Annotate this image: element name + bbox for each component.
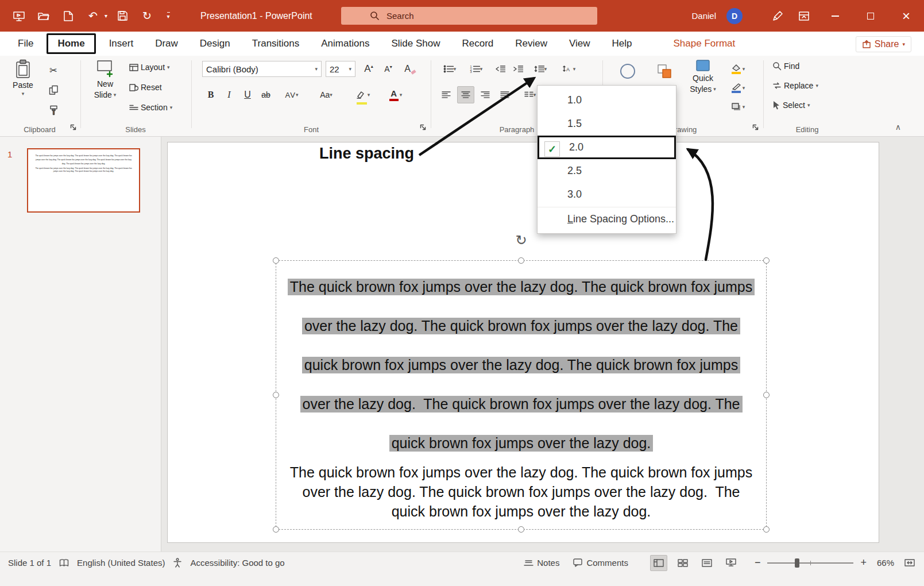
language-selector[interactable]: English (United States): [77, 558, 165, 568]
strikethrough-button[interactable]: ab: [257, 86, 275, 103]
new-file-button[interactable]: [59, 6, 78, 26]
select-button[interactable]: Select ▾: [772, 101, 810, 110]
slide-thumbnail[interactable]: The quick brown fox jumps over the lazy …: [27, 148, 140, 213]
numbering-button[interactable]: 123 ▾: [464, 60, 488, 78]
save-button[interactable]: [113, 6, 132, 26]
notes-button[interactable]: Notes: [524, 558, 559, 568]
slide-canvas[interactable]: ↻ The quick brown fox jumps over the laz…: [167, 142, 879, 543]
new-slide-button[interactable]: New Slide ▾: [89, 59, 121, 99]
normal-view-button[interactable]: [650, 555, 667, 571]
shapes-button[interactable]: [615, 60, 640, 82]
shape-fill-button[interactable]: ▾: [725, 60, 749, 78]
bullets-button[interactable]: ▾: [438, 60, 462, 78]
proofing-icon[interactable]: [59, 558, 69, 568]
cut-button[interactable]: ✂: [45, 61, 62, 79]
start-slideshow-button[interactable]: [9, 6, 29, 26]
redo-button[interactable]: ↻: [137, 6, 157, 26]
tab-review[interactable]: Review: [504, 33, 558, 54]
tab-transitions[interactable]: Transitions: [241, 33, 311, 54]
menu-item-line-spacing-options[interactable]: Line Spacing Options...: [538, 207, 676, 230]
menu-item-1-0[interactable]: 1.0: [538, 88, 676, 112]
line-spacing-button[interactable]: ▾: [528, 60, 552, 78]
align-right-button[interactable]: [477, 86, 494, 103]
find-button[interactable]: Find: [772, 61, 799, 71]
tab-record[interactable]: Record: [451, 33, 504, 54]
italic-button[interactable]: I: [221, 86, 238, 103]
text-direction-button[interactable]: A ▾: [557, 60, 581, 78]
reset-button[interactable]: Reset: [129, 83, 162, 92]
decrease-font-size-button[interactable]: A ▾: [380, 60, 397, 78]
align-left-button[interactable]: [438, 86, 455, 103]
comments-button[interactable]: Comments: [573, 558, 628, 568]
change-case-button[interactable]: Aa ▾: [314, 86, 338, 103]
maximize-button[interactable]: [853, 0, 888, 32]
tab-animations[interactable]: Animations: [310, 33, 380, 54]
format-painter-button[interactable]: [45, 102, 62, 119]
selection-handle-top-left[interactable]: [273, 257, 279, 264]
font-dialog-launcher[interactable]: [420, 122, 426, 133]
zoom-in-button[interactable]: +: [860, 557, 867, 569]
increase-indent-button[interactable]: [509, 60, 527, 78]
open-button[interactable]: [34, 6, 53, 26]
collapse-ribbon-button[interactable]: ∧: [895, 122, 901, 132]
selection-handle-top-center[interactable]: [518, 257, 524, 264]
slide-sorter-view-button[interactable]: [674, 555, 691, 571]
zoom-slider[interactable]: [767, 562, 853, 564]
fit-to-window-button[interactable]: [901, 555, 918, 571]
character-spacing-button[interactable]: AV ▾: [280, 86, 304, 103]
arrange-button[interactable]: [652, 60, 677, 82]
share-button[interactable]: Share ▾: [856, 36, 911, 52]
bold-button[interactable]: B: [202, 86, 219, 103]
undo-chevron[interactable]: ▾: [105, 13, 107, 19]
tab-draw[interactable]: Draw: [144, 33, 189, 54]
shape-effects-button[interactable]: ▾: [725, 98, 749, 115]
copy-button[interactable]: [45, 82, 62, 99]
reading-view-button[interactable]: [698, 555, 716, 571]
tab-help[interactable]: Help: [601, 33, 643, 54]
search-box[interactable]: Search: [341, 7, 597, 25]
paste-button[interactable]: Paste ▾: [8, 59, 38, 97]
increase-font-size-button[interactable]: A ▴: [360, 60, 377, 78]
slideshow-view-button[interactable]: [722, 555, 740, 571]
zoom-level[interactable]: 66%: [877, 558, 894, 568]
selection-handle-mid-right[interactable]: [763, 392, 770, 398]
tab-view[interactable]: View: [558, 33, 601, 54]
tab-home[interactable]: Home: [47, 33, 95, 54]
replace-button[interactable]: Replace ▾: [772, 81, 818, 90]
ribbon-display-options-button[interactable]: [791, 0, 817, 32]
avatar[interactable]: D: [726, 8, 743, 24]
zoom-out-button[interactable]: −: [755, 557, 761, 569]
font-name-combo[interactable]: Calibri (Body) ▾: [202, 61, 322, 77]
decrease-indent-button[interactable]: [492, 60, 509, 78]
drawing-dialog-launcher[interactable]: [752, 122, 759, 133]
font-color-button[interactable]: A ▾: [383, 86, 407, 103]
shape-outline-button[interactable]: ▾: [725, 79, 749, 97]
menu-item-2-5[interactable]: 2.5: [538, 159, 676, 183]
layout-button[interactable]: Layout ▾: [129, 63, 170, 72]
selection-handle-bottom-left[interactable]: [273, 526, 279, 533]
selection-handle-mid-left[interactable]: [273, 392, 279, 398]
underline-button[interactable]: U: [239, 86, 256, 103]
zoom-slider-thumb[interactable]: [795, 558, 799, 568]
rotate-handle[interactable]: ↻: [515, 232, 527, 248]
justify-button[interactable]: [496, 86, 513, 103]
menu-item-1-5[interactable]: 1.5: [538, 112, 676, 136]
selection-handle-bottom-center[interactable]: [518, 526, 524, 533]
tab-insert[interactable]: Insert: [98, 33, 145, 54]
clear-formatting-button[interactable]: A: [401, 60, 419, 78]
text-highlight-button[interactable]: ▾: [350, 86, 374, 103]
selection-handle-bottom-right[interactable]: [763, 526, 770, 533]
section-button[interactable]: Section ▾: [129, 103, 172, 112]
tab-slide-show[interactable]: Slide Show: [380, 33, 451, 54]
undo-button[interactable]: ↶: [83, 6, 103, 26]
font-size-combo[interactable]: 22 ▾: [326, 61, 355, 77]
text-box[interactable]: ↻ The quick brown fox jumps over the laz…: [276, 260, 767, 530]
user-name[interactable]: Daniel: [691, 11, 716, 21]
close-button[interactable]: ×: [888, 0, 924, 32]
tab-design[interactable]: Design: [189, 33, 241, 54]
qat-overflow-button[interactable]: ▾: [162, 6, 175, 26]
tab-file[interactable]: File: [7, 33, 44, 54]
accessibility-status[interactable]: Accessibility: Good to go: [190, 558, 284, 568]
menu-item-3-0[interactable]: 3.0: [538, 183, 676, 206]
selection-handle-top-right[interactable]: [763, 257, 770, 264]
